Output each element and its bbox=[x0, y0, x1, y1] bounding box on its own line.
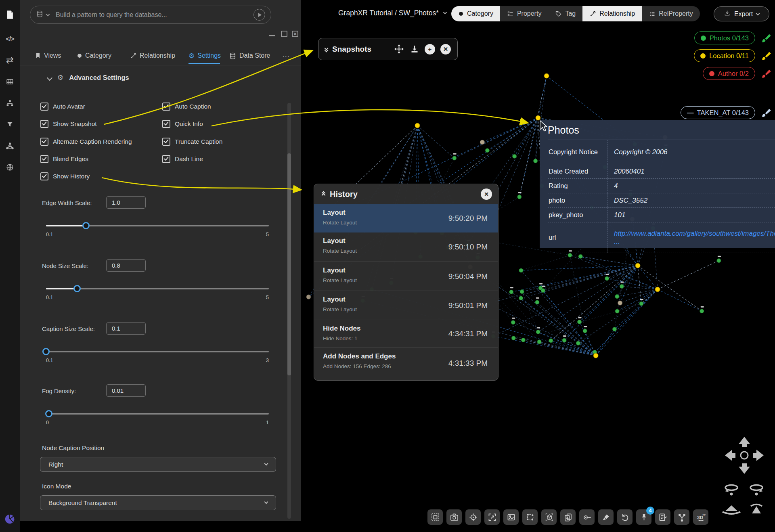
checkbox-quick-info[interactable]: Quick Info bbox=[162, 120, 203, 128]
filter-icon[interactable] bbox=[0, 116, 20, 133]
scrollbar-thumb[interactable] bbox=[287, 153, 291, 375]
flatten-icon[interactable] bbox=[723, 505, 740, 514]
checkbox-auto-avatar[interactable]: Auto Avatar bbox=[40, 103, 85, 111]
history-item[interactable]: LayoutRotate Layout9:50:10 PM bbox=[314, 232, 498, 262]
network-icon[interactable] bbox=[0, 137, 20, 154]
pan-up-arrow[interactable] bbox=[739, 437, 750, 447]
badge-photos[interactable]: Photos 0/143 bbox=[694, 31, 755, 44]
paintbrush-icon[interactable] bbox=[761, 33, 772, 44]
pan-center[interactable] bbox=[741, 452, 748, 459]
more-tabs-button[interactable]: ⋯ bbox=[282, 48, 290, 63]
target-button[interactable] bbox=[465, 509, 481, 525]
branch-button[interactable] bbox=[674, 509, 689, 525]
navigation-pad[interactable] bbox=[721, 434, 769, 531]
globe-icon[interactable] bbox=[0, 159, 20, 176]
slider-thumb[interactable] bbox=[82, 222, 90, 229]
slider-track[interactable] bbox=[46, 351, 269, 352]
chevron-double-up-icon[interactable] bbox=[322, 192, 325, 197]
slider-thumb[interactable] bbox=[45, 410, 52, 417]
slider-value-input[interactable]: 0.8 bbox=[106, 259, 146, 272]
checkbox-truncate-caption[interactable]: Truncate Caption bbox=[162, 138, 222, 146]
paintbrush-icon[interactable] bbox=[761, 107, 772, 118]
slider-track[interactable] bbox=[46, 288, 269, 289]
checkbox-blend-edges[interactable]: Blend Edges bbox=[40, 155, 88, 163]
checkbox-show-history[interactable]: Show History bbox=[40, 172, 90, 180]
slider-value-input[interactable]: 0.1 bbox=[106, 322, 146, 335]
badge-author[interactable]: Author 0/2 bbox=[703, 67, 755, 80]
orbit-left-icon[interactable] bbox=[725, 485, 737, 496]
hierarchy-icon[interactable] bbox=[0, 94, 20, 111]
tab-category[interactable]: Category bbox=[77, 48, 111, 63]
chevron-double-down-icon[interactable] bbox=[325, 47, 328, 52]
move-icon[interactable] bbox=[394, 44, 404, 54]
checkbox-show-snapshot[interactable]: Show Snapshot bbox=[40, 120, 97, 128]
badge-location[interactable]: Location 0/11 bbox=[694, 49, 755, 62]
camera-button[interactable] bbox=[446, 509, 462, 525]
segment-category[interactable]: Category bbox=[451, 6, 500, 21]
history-item[interactable]: LayoutRotate Layout9:50:01 PM bbox=[314, 291, 498, 320]
pan-down-arrow[interactable] bbox=[739, 463, 750, 474]
swap-arrows-icon[interactable]: ⇄ bbox=[0, 52, 20, 69]
add-circle-icon[interactable]: + bbox=[425, 44, 435, 54]
download-icon[interactable] bbox=[410, 44, 419, 54]
segment-relproperty[interactable]: RelProperty bbox=[642, 6, 700, 21]
slider-track[interactable] bbox=[46, 413, 269, 415]
slider-thumb[interactable] bbox=[73, 285, 81, 292]
history-item[interactable]: LayoutRotate Layout9:50:20 PM bbox=[314, 204, 498, 232]
tab-data-store[interactable]: Data Store bbox=[229, 48, 270, 63]
fit-view-button[interactable] bbox=[484, 509, 500, 525]
history-item[interactable]: LayoutRotate Layout9:50:04 PM bbox=[314, 262, 498, 291]
slider-track[interactable] bbox=[46, 225, 269, 226]
segment-tag[interactable]: Tag bbox=[548, 6, 582, 21]
pan-left-arrow[interactable] bbox=[725, 450, 735, 461]
duplicate-button[interactable] bbox=[560, 509, 576, 525]
select-icon-mode[interactable]: Background Transparent bbox=[40, 495, 276, 510]
table-icon[interactable] bbox=[0, 73, 20, 90]
code-icon[interactable]: </> bbox=[0, 31, 20, 48]
tab-views[interactable]: Views bbox=[35, 48, 61, 63]
slider-value-input[interactable]: 1.0 bbox=[106, 196, 146, 209]
cube-button[interactable] bbox=[541, 509, 557, 525]
checkbox-alternate-caption-rendering[interactable]: Alternate Caption Rendering bbox=[40, 138, 132, 146]
scatter-button[interactable] bbox=[522, 509, 538, 525]
history-item[interactable]: Hide NodesHide Nodes: 14:34:31 PM bbox=[314, 320, 498, 348]
slider-thumb[interactable] bbox=[42, 348, 50, 355]
panel-scrollbar[interactable] bbox=[287, 103, 291, 519]
unflatten-icon[interactable] bbox=[751, 505, 762, 514]
history-item[interactable]: Add Nodes and EdgesAdd Nodes: 156 Edges:… bbox=[314, 348, 498, 379]
segment-property[interactable]: Property bbox=[500, 6, 548, 21]
select-node-caption-position[interactable]: Right bbox=[40, 457, 276, 472]
dimension-button[interactable]: 3D2D bbox=[693, 509, 708, 525]
document-icon[interactable] bbox=[0, 6, 20, 23]
query-builder-bar[interactable] bbox=[30, 6, 271, 24]
tab-settings[interactable]: ⚙Settings bbox=[189, 48, 221, 63]
minimize-button[interactable] bbox=[269, 30, 276, 38]
pin-button[interactable]: 4 bbox=[636, 509, 651, 525]
tab-relationship[interactable]: Relationship bbox=[130, 48, 175, 63]
segment-relationship[interactable]: Relationship bbox=[582, 6, 642, 21]
close-circle-icon[interactable]: ✕ bbox=[440, 44, 451, 54]
image-button[interactable] bbox=[503, 509, 519, 525]
close-icon[interactable]: ✕ bbox=[481, 189, 492, 200]
kineviz-logo[interactable] bbox=[4, 513, 15, 526]
badge-taken_at[interactable]: —TAKEN_AT 0/143 bbox=[681, 106, 755, 119]
advanced-settings-header[interactable]: ⚙ Advanced Settings bbox=[48, 73, 129, 82]
undo-button[interactable] bbox=[617, 509, 633, 525]
add-relation-button[interactable] bbox=[579, 509, 595, 525]
paintbrush-icon[interactable] bbox=[761, 50, 772, 61]
project-title[interactable]: GraphXR Tutorial / SW_Photos* bbox=[338, 9, 446, 17]
orbit-right-icon[interactable] bbox=[750, 485, 763, 496]
checkbox-auto-caption[interactable]: Auto Caption bbox=[162, 103, 211, 111]
paintbrush-button[interactable] bbox=[598, 509, 614, 525]
paintbrush-icon[interactable] bbox=[761, 68, 772, 79]
marquee-select-button[interactable] bbox=[427, 509, 443, 525]
checkbox-dash-line[interactable]: Dash Line bbox=[162, 155, 203, 163]
export-button[interactable]: Export bbox=[714, 6, 769, 21]
query-input[interactable] bbox=[55, 11, 253, 19]
run-query-button[interactable] bbox=[253, 9, 265, 21]
pan-right-arrow[interactable] bbox=[753, 450, 764, 461]
slider-value-input[interactable]: 0.01 bbox=[106, 384, 146, 397]
maximize-button[interactable] bbox=[281, 30, 288, 38]
property-value[interactable]: http://www.adianta.com/gallery/southwest… bbox=[607, 222, 775, 253]
close-panel-button[interactable]: ✕ bbox=[291, 30, 299, 38]
